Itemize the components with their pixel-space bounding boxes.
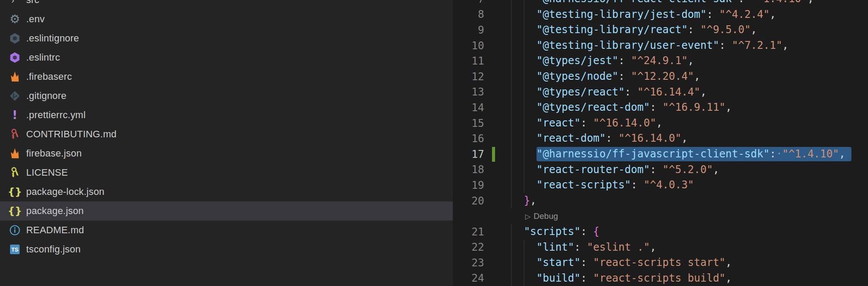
code-line-18[interactable]: 18 "react-router-dom": "^5.2.0", [453, 162, 868, 178]
code-line-22[interactable]: 22 "lint": "eslint .", [453, 240, 868, 255]
line-number: 8 [453, 8, 484, 20]
file-list: ›src⚙.env.eslintignore.eslintrc.firebase… [0, 0, 453, 259]
code-text: "start": "react-scripts start", [511, 255, 732, 271]
code-text: "react-router-dom": "^5.2.0", [511, 162, 719, 178]
file-label: tsconfig.json [26, 244, 81, 255]
code-line-9[interactable]: 9 "@testing-library/react": "^9.5.0", [453, 22, 868, 38]
code-text: "react-scripts": "^4.0.3" [511, 177, 694, 193]
git-added-marker [492, 147, 495, 162]
code-text: "@types/jest": "^24.9.1", [511, 53, 694, 69]
code-text: "@testing-library/user-event": "^7.2.1", [511, 38, 789, 54]
code-text: "@harnessio/ff-javascript-client-sdk":·"… [511, 146, 845, 162]
eslint-icon [9, 33, 21, 44]
file-label: README.md [26, 225, 84, 236]
line-number: 7 [453, 0, 484, 5]
code-text: "lint": "eslint .", [511, 240, 656, 255]
keys-icon [9, 129, 21, 140]
code-text: "@types/react": "^16.14.4", [511, 85, 707, 100]
code-line-20[interactable]: 20 }, [453, 193, 868, 209]
file-label: firebase.json [26, 148, 82, 159]
file-item--eslintignore[interactable]: .eslintignore [0, 29, 453, 48]
line-number: 22 [453, 241, 484, 253]
code-line-12[interactable]: 12 "@types/node": "^12.20.4", [453, 69, 868, 85]
code-text: "@testing-library/jest-dom": "^4.2.4", [511, 7, 776, 23]
file-item-license[interactable]: LICENSE [0, 163, 453, 182]
ts-badge-icon: TS [9, 244, 21, 255]
chevron-right-icon: › [11, 0, 21, 5]
gear-icon: ⚙ [9, 14, 21, 25]
file-item--gitignore[interactable]: .gitignore [0, 86, 453, 106]
file-item-src[interactable]: ›src [0, 0, 453, 10]
braces-icon: {} [9, 186, 21, 197]
code-line-8[interactable]: 8 "@testing-library/jest-dom": "^4.2.4", [453, 7, 868, 23]
code-line-23[interactable]: 23 "start": "react-scripts start", [453, 255, 868, 271]
line-number: 20 [453, 195, 484, 207]
file-item-firebase-json[interactable]: firebase.json [0, 144, 453, 163]
line-number: 18 [453, 163, 484, 176]
explorer-sidebar: ›src⚙.env.eslintignore.eslintrc.firebase… [0, 0, 453, 286]
file-item--env[interactable]: ⚙.env [0, 10, 453, 29]
codelens-debug-link[interactable]: ▷Debug [525, 211, 558, 221]
file-item-tsconfig-json[interactable]: TStsconfig.json [0, 240, 453, 259]
line-number: 21 [453, 226, 484, 238]
code-line-11[interactable]: 11 "@types/jest": "^24.9.1", [453, 53, 868, 69]
line-number: 10 [453, 40, 484, 52]
line-number: 9 [453, 24, 484, 36]
code-line-16[interactable]: 16 "react-dom": "^16.14.0", [453, 131, 868, 146]
info-icon [9, 225, 21, 236]
code-text: "@types/react-dom": "^16.9.11", [511, 100, 732, 116]
code-text: "@harnessio/ff-react-client-sdk": "^1.4.… [511, 0, 814, 7]
line-number: 16 [453, 133, 484, 145]
file-label: .gitignore [26, 90, 67, 102]
code-line-17[interactable]: 17 "@harnessio/ff-javascript-client-sdk"… [453, 146, 868, 162]
codelens-label: Debug [533, 211, 558, 221]
line-number: 14 [453, 102, 484, 114]
line-number: 23 [453, 257, 484, 269]
git-diamond-icon [9, 90, 21, 102]
file-item-contributing-md[interactable]: CONTRIBUTING.md [0, 125, 453, 144]
file-label: .eslintignore [26, 33, 79, 44]
code-line-24[interactable]: 24 "build": "react-scripts build", [453, 271, 868, 286]
line-number: 13 [453, 86, 484, 98]
file-label: .prettierrc.yml [26, 109, 85, 121]
file-label: LICENSE [26, 167, 68, 178]
file-item--prettierrc-yml[interactable]: !.prettierrc.yml [0, 106, 453, 125]
line-number: 24 [453, 272, 484, 284]
code-line-15[interactable]: 15 "react": "^16.14.0", [453, 116, 868, 131]
file-label: package-lock.json [26, 186, 105, 197]
file-item-package-lock-json[interactable]: {}package-lock.json [0, 182, 453, 201]
code-line-7[interactable]: 7 "@harnessio/ff-react-client-sdk": "^1.… [453, 0, 868, 7]
braces-icon: {} [9, 205, 21, 217]
code-text: "build": "react-scripts build", [511, 271, 732, 286]
keys-icon [9, 167, 21, 178]
svg-text:TS: TS [11, 247, 18, 253]
play-outline-icon: ▷ [525, 213, 530, 220]
code-line-14[interactable]: 14 "@types/react-dom": "^16.9.11", [453, 100, 868, 116]
vscode-window: ›src⚙.env.eslintignore.eslintrc.firebase… [0, 0, 868, 286]
code-text: "@testing-library/react": "^9.5.0", [511, 22, 757, 38]
file-label: .firebaserc [26, 71, 72, 82]
line-number: 15 [453, 117, 484, 129]
flame-icon [9, 71, 21, 82]
codelens-row: ▷Debug [453, 208, 868, 224]
exclamation-icon: ! [9, 109, 21, 121]
file-label: .eslintrc [26, 52, 60, 63]
flame-icon [9, 148, 21, 159]
code-text: "@types/node": "^12.20.4", [511, 69, 701, 85]
code-text: "scripts": { [511, 224, 599, 240]
file-item-readme-md[interactable]: README.md [0, 221, 453, 240]
code-line-10[interactable]: 10 "@testing-library/user-event": "^7.2.… [453, 38, 868, 54]
file-item--firebaserc[interactable]: .firebaserc [0, 67, 453, 86]
code-text: "react": "^16.14.0", [511, 116, 663, 131]
code-text: "react-dom": "^16.14.0", [511, 131, 688, 146]
code-editor[interactable]: 7 "@harnessio/ff-react-client-sdk": "^1.… [453, 0, 868, 286]
line-number: 11 [453, 55, 484, 67]
file-item-package-json[interactable]: {}package.json [0, 201, 453, 221]
code-line-13[interactable]: 13 "@types/react": "^16.14.4", [453, 85, 868, 100]
code-line-19[interactable]: 19 "react-scripts": "^4.0.3" [453, 177, 868, 193]
code-text: }, [511, 193, 537, 209]
line-number: 12 [453, 71, 484, 83]
code-line-21[interactable]: 21 "scripts": { [453, 224, 868, 240]
eslint-icon [9, 52, 21, 63]
file-item--eslintrc[interactable]: .eslintrc [0, 48, 453, 67]
